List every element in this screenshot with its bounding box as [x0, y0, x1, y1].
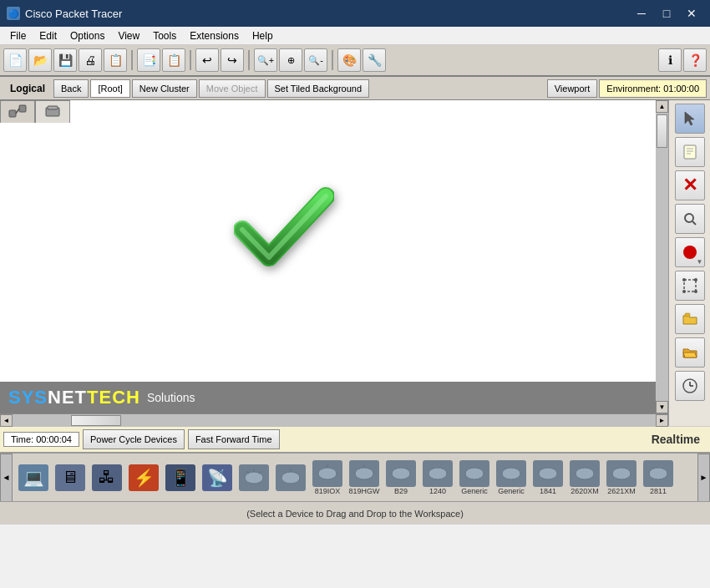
- device-generic1[interactable]: Generic: [457, 460, 492, 495]
- svg-point-36: [576, 468, 594, 479]
- record-button[interactable]: ▼: [675, 237, 705, 267]
- menu-tools[interactable]: Tools: [146, 28, 183, 43]
- 2811-icon: [643, 460, 673, 487]
- device-1841[interactable]: 1841: [530, 460, 565, 495]
- delete-button[interactable]: ✕: [675, 170, 705, 200]
- device-2621xm[interactable]: 2621XM: [604, 460, 639, 495]
- clock-button[interactable]: [675, 371, 705, 401]
- menu-extensions[interactable]: Extensions: [183, 28, 246, 43]
- scroll-up-button[interactable]: ▲: [656, 100, 668, 113]
- menu-edit[interactable]: Edit: [33, 28, 63, 43]
- help-button[interactable]: ❓: [683, 48, 707, 72]
- paste-button[interactable]: 📋: [162, 48, 185, 72]
- set-tiled-bg-button[interactable]: Set Tiled Background: [267, 79, 370, 98]
- svg-point-16: [694, 290, 697, 293]
- generic1-icon: [459, 460, 489, 487]
- inspect-button[interactable]: 🔧: [363, 48, 386, 72]
- zoom-actual-button[interactable]: ⊕: [279, 48, 302, 72]
- svg-point-31: [392, 468, 410, 479]
- menu-file[interactable]: File: [3, 28, 33, 43]
- logical-tab[interactable]: [0, 100, 35, 123]
- cluster-folder-icon: [682, 311, 698, 327]
- zoom-out-button[interactable]: 🔍-: [304, 48, 327, 72]
- region-select-button[interactable]: [675, 271, 705, 301]
- fast-forward-button[interactable]: Fast Forward Time: [188, 429, 280, 449]
- note-button[interactable]: [675, 137, 705, 167]
- menu-help[interactable]: Help: [246, 28, 280, 43]
- power-cycle-button[interactable]: Power Cycle Devices: [83, 429, 185, 449]
- undo-button[interactable]: ↩: [195, 48, 219, 72]
- 819hgw-icon: [349, 460, 379, 487]
- device-scroll-left[interactable]: ◄: [0, 454, 13, 502]
- new-cluster-button[interactable]: New Cluster: [132, 79, 197, 98]
- laptop-icon: 🖥: [55, 464, 85, 491]
- svg-rect-6: [684, 145, 696, 159]
- device-generic2[interactable]: Generic: [494, 460, 529, 495]
- new-button[interactable]: 📄: [3, 48, 27, 72]
- maximize-button[interactable]: □: [655, 4, 678, 23]
- device-1240[interactable]: 1240: [420, 460, 455, 495]
- scroll-right-button[interactable]: ►: [656, 414, 668, 427]
- save-button[interactable]: 💾: [53, 48, 77, 72]
- menu-options[interactable]: Options: [63, 28, 111, 43]
- device-pc[interactable]: 💻: [16, 464, 51, 491]
- device-router1[interactable]: [236, 464, 271, 491]
- info-button[interactable]: ℹ: [658, 48, 682, 72]
- cluster-folder-button[interactable]: [675, 304, 705, 334]
- router1-icon: [239, 464, 269, 491]
- device-wireless[interactable]: 📡: [200, 464, 235, 491]
- 819iox-icon: [312, 460, 342, 487]
- zoom-in-button[interactable]: 🔍+: [254, 48, 277, 72]
- viewport-button[interactable]: Viewport: [547, 79, 598, 98]
- device-bar: ◄ 💻 🖥 🖧 ⚡ 📱 📡: [0, 453, 710, 501]
- svg-line-24: [259, 471, 261, 474]
- device-phone[interactable]: 📱: [163, 464, 198, 491]
- inspect-tool-button[interactable]: [675, 204, 705, 234]
- palette-button[interactable]: 🎨: [337, 48, 361, 72]
- physical-tab[interactable]: [35, 100, 70, 123]
- open-folder-button[interactable]: [675, 337, 705, 368]
- device-b29[interactable]: B29: [383, 460, 418, 495]
- workspace-canvas[interactable]: SYSNETTECH Solutions: [0, 100, 656, 413]
- close-button[interactable]: ✕: [680, 4, 703, 23]
- device-scroll-right[interactable]: ►: [697, 454, 710, 502]
- svg-rect-4: [48, 106, 58, 109]
- move-object-button[interactable]: Move Object: [199, 79, 266, 98]
- phone-icon: 📱: [165, 464, 195, 491]
- hscroll-track[interactable]: [13, 414, 656, 427]
- vertical-scrollbar[interactable]: ▲ ▼: [656, 100, 668, 413]
- select-tool-button[interactable]: [675, 104, 705, 134]
- region-select-icon: [682, 277, 698, 294]
- scroll-thumb[interactable]: [657, 114, 667, 148]
- minimize-button[interactable]: ─: [630, 4, 653, 23]
- scroll-track[interactable]: [656, 113, 668, 401]
- hscroll-thumb[interactable]: [71, 415, 121, 426]
- scroll-left-button[interactable]: ◄: [0, 414, 13, 427]
- horizontal-scrollbar[interactable]: ◄ ►: [0, 413, 668, 426]
- back-button[interactable]: Back: [53, 79, 89, 98]
- device-2811[interactable]: 2811: [641, 460, 676, 495]
- menu-view[interactable]: View: [111, 28, 146, 43]
- device-server[interactable]: 🖧: [89, 464, 124, 491]
- open-button[interactable]: 📂: [28, 48, 52, 72]
- device-router2[interactable]: [273, 464, 308, 491]
- server-icon: 🖧: [92, 464, 122, 491]
- scroll-down-button[interactable]: ▼: [656, 401, 668, 413]
- svg-point-37: [612, 468, 631, 479]
- device-819hgw[interactable]: 819HGW: [347, 460, 382, 495]
- svg-point-21: [245, 472, 263, 484]
- redo-button[interactable]: ↪: [221, 48, 244, 72]
- device-2620xm[interactable]: 2620XM: [567, 460, 602, 495]
- print-button[interactable]: 🖨: [79, 48, 102, 72]
- copy-button[interactable]: 📑: [137, 48, 160, 72]
- device-lightning[interactable]: ⚡: [126, 464, 161, 491]
- generic2-icon: [496, 460, 526, 487]
- record-icon: [683, 246, 697, 259]
- realtime-label: Realtime: [652, 433, 707, 446]
- device-laptop[interactable]: 🖥: [53, 464, 88, 491]
- device-819iox[interactable]: 819IOX: [310, 460, 345, 495]
- svg-point-33: [465, 468, 484, 479]
- checkmark-indicator: [234, 184, 334, 278]
- preview-button[interactable]: 📋: [104, 48, 127, 72]
- 819iox-label: 819IOX: [315, 487, 341, 495]
